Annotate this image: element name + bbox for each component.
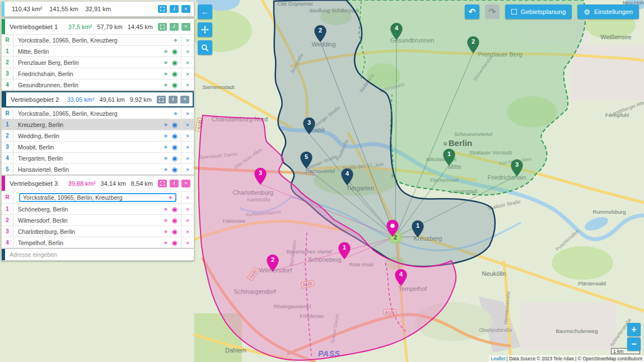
- district-area-icon[interactable]: ◉: [172, 70, 178, 77]
- locate-icon[interactable]: ⌖: [164, 144, 168, 151]
- remove-row-button[interactable]: ×: [181, 215, 194, 225]
- remove-territory-button[interactable]: ×: [181, 23, 190, 31]
- territory-header[interactable]: Vertriebsgebiet 137,5 km²57,79 km14,45 k…: [2, 19, 194, 34]
- district-area-icon[interactable]: ◉: [172, 59, 178, 66]
- remove-row-button[interactable]: ×: [181, 57, 194, 68]
- remove-row-button[interactable]: ×: [181, 130, 194, 141]
- locate-icon[interactable]: ⌖: [174, 110, 178, 117]
- territory-row[interactable]: 1Schöneberg, Berlin⌖◉×: [2, 203, 194, 214]
- map-marker-territory-3[interactable]: 3: [254, 167, 267, 185]
- fit-all-button[interactable]: [158, 5, 167, 13]
- remove-territory-button[interactable]: ×: [181, 180, 190, 187]
- territory-row[interactable]: 2Prenzlauer Berg, Berlin⌖◉×: [2, 57, 194, 68]
- district-area-icon[interactable]: ◉: [172, 206, 178, 213]
- territory-row[interactable]: 1Kreuzberg, Berlin⌖◉×: [2, 119, 194, 130]
- locate-icon[interactable]: ⌖: [164, 228, 168, 235]
- search-button[interactable]: [198, 40, 212, 55]
- territory-row[interactable]: RYorckstraße, 10965, Berlin, Kreuzberg⌖×: [2, 34, 194, 45]
- district-area-icon[interactable]: ◉: [172, 121, 178, 128]
- district-area-icon[interactable]: ◉: [172, 133, 178, 139]
- remove-row-button[interactable]: ×: [181, 119, 194, 130]
- territory-row[interactable]: 1Mitte, Berlin⌖◉×: [2, 45, 194, 57]
- pan-mode-button[interactable]: [198, 22, 212, 37]
- root-address-marker[interactable]: [386, 219, 399, 237]
- address-input[interactable]: [5, 251, 194, 258]
- remove-row-button[interactable]: ×: [181, 68, 194, 79]
- territory-row[interactable]: 4Gesundbrunnen, Berlin⌖◉×: [2, 79, 194, 90]
- info-button[interactable]: i: [170, 180, 179, 187]
- remove-row-button[interactable]: ×: [181, 79, 194, 90]
- map-marker-territory-1[interactable]: 4: [390, 22, 403, 40]
- fit-bounds-button[interactable]: [158, 23, 167, 31]
- territory-row[interactable]: RYorckstraße, 10965, Berlin, Kreuzberg⌖×: [2, 107, 194, 119]
- remove-territory-button[interactable]: ×: [180, 96, 189, 104]
- remove-row-button[interactable]: ×: [181, 226, 194, 237]
- locate-icon[interactable]: ⌖: [164, 121, 168, 128]
- map-marker-territory-1[interactable]: 3: [510, 159, 524, 177]
- info-button[interactable]: i: [170, 23, 179, 31]
- district-area-icon[interactable]: ◉: [172, 144, 178, 151]
- locate-icon[interactable]: ⌖: [164, 48, 168, 55]
- district-area-icon[interactable]: ◉: [172, 228, 178, 235]
- collapse-sidebar-button[interactable]: ←: [198, 4, 212, 19]
- map-marker-territory-2[interactable]: 3: [302, 117, 316, 135]
- remove-row-button[interactable]: ×: [181, 164, 194, 175]
- locate-icon[interactable]: ⌖: [164, 82, 168, 88]
- territory-row[interactable]: 3Charlottenburg, Berlin⌖◉×: [2, 225, 194, 237]
- locate-icon[interactable]: ⌖: [169, 194, 172, 201]
- remove-row-button[interactable]: ×: [181, 35, 194, 45]
- map-marker-territory-1[interactable]: 1: [442, 148, 456, 166]
- territory-row[interactable]: 2Wilmersdorf, Berlin⌖◉×: [2, 214, 194, 225]
- district-area-icon[interactable]: ◉: [172, 155, 178, 162]
- territory-row[interactable]: RYorckstraße, 10965, Berlin, Kreuzberg⌖×: [2, 191, 194, 203]
- zoom-out-button[interactable]: −: [627, 337, 641, 351]
- locate-icon[interactable]: ⌖: [164, 70, 168, 77]
- territory-row[interactable]: 2Wedding, Berlin⌖◉×: [2, 130, 194, 141]
- locate-icon[interactable]: ⌖: [174, 37, 178, 44]
- locate-icon[interactable]: ⌖: [164, 59, 168, 66]
- territory-header[interactable]: Vertriebsgebiet 233,05 km²49,61 km9,92 k…: [2, 91, 194, 107]
- locate-icon[interactable]: ⌖: [164, 133, 168, 139]
- redo-button[interactable]: ↷: [485, 4, 500, 19]
- zoom-in-button[interactable]: +: [627, 323, 641, 336]
- remove-row-button[interactable]: ×: [181, 237, 194, 248]
- einstellungen-button[interactable]: ⚙ Einstellungen: [577, 4, 639, 19]
- info-button[interactable]: i: [170, 5, 179, 13]
- district-area-icon[interactable]: ◉: [172, 48, 178, 55]
- map-marker-territory-3[interactable]: 2: [266, 254, 279, 272]
- leaflet-link[interactable]: Leaflet: [491, 356, 505, 361]
- close-all-button[interactable]: ×: [181, 5, 190, 13]
- remove-row-button[interactable]: ×: [181, 153, 194, 163]
- territory-row[interactable]: 4Tiergarten, Berlin⌖◉×: [2, 152, 194, 163]
- fit-bounds-button[interactable]: [157, 96, 166, 104]
- map-marker-territory-3[interactable]: 1: [338, 242, 351, 260]
- map-marker-territory-2[interactable]: 2: [314, 25, 327, 43]
- remove-row-button[interactable]: ×: [181, 46, 194, 57]
- address-edit-input[interactable]: Yorckstraße, 10965, Berlin, Kreuzberg⌖: [19, 193, 176, 202]
- map-marker-territory-1[interactable]: 2: [466, 36, 480, 54]
- district-area-icon[interactable]: ◉: [172, 217, 178, 224]
- locate-icon[interactable]: ⌖: [164, 217, 168, 224]
- locate-icon[interactable]: ⌖: [164, 239, 168, 246]
- territory-row[interactable]: 3Moabit, Berlin⌖◉×: [2, 141, 194, 152]
- remove-row-button[interactable]: ×: [181, 142, 194, 152]
- territory-row[interactable]: 3Friedrichshain, Berlin⌖◉×: [2, 68, 194, 79]
- locate-icon[interactable]: ⌖: [164, 206, 168, 213]
- district-area-icon[interactable]: ◉: [172, 239, 178, 246]
- undo-button[interactable]: ↶: [465, 4, 479, 19]
- territory-header[interactable]: Vertriebsgebiet 339,88 km²34,14 km8,54 k…: [2, 176, 194, 191]
- remove-row-button[interactable]: ×: [181, 108, 194, 119]
- district-area-icon[interactable]: ◉: [172, 82, 178, 88]
- map-marker-territory-2[interactable]: 4: [340, 168, 354, 186]
- remove-row-button[interactable]: ×: [181, 204, 194, 214]
- locate-icon[interactable]: ⌖: [164, 155, 168, 162]
- map-marker-territory-2[interactable]: 5: [300, 151, 313, 169]
- remove-row-button[interactable]: ×: [181, 191, 194, 203]
- gebietsplanung-button[interactable]: Gebietsplanung: [505, 4, 572, 19]
- map-marker-territory-2[interactable]: 1: [411, 220, 424, 238]
- territory-row[interactable]: 4Tempelhof, Berlin⌖◉×: [2, 237, 194, 248]
- fit-bounds-button[interactable]: [158, 180, 167, 187]
- map-marker-territory-3[interactable]: 4: [394, 269, 408, 286]
- district-area-icon[interactable]: ◉: [172, 166, 178, 173]
- locate-icon[interactable]: ⌖: [164, 166, 168, 173]
